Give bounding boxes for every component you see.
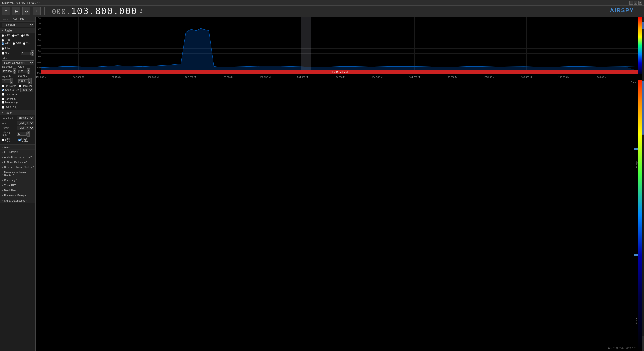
snap-checkbox[interactable]: [2, 89, 4, 91]
zoom-fft-header[interactable]: ▶ Zoom FFT *: [0, 183, 35, 188]
filter-audio[interactable]: Filter Audio: [18, 137, 34, 143]
demodulator-noise-header[interactable]: ▶ Demodulator Noise Blanker *: [0, 170, 35, 178]
cwshift-up[interactable]: ▲: [28, 78, 32, 81]
demodulator-noise-label: Demodulator Noise Blanker *: [4, 171, 34, 177]
db-label-40: -40: [36, 33, 41, 36]
latency-down[interactable]: ▼: [27, 134, 30, 137]
signal-diagnostics-header[interactable]: ▶ Signal Diagnostics *: [0, 198, 35, 203]
fm-stereo-label[interactable]: FM Stereo: [2, 85, 17, 87]
lock-correct-row: Lock Carrier Correct IQ: [2, 93, 34, 100]
source-header[interactable]: Source: PlutoSDR: [0, 17, 35, 22]
order-up[interactable]: ▲: [27, 68, 30, 71]
minimize-button[interactable]: ─: [629, 1, 633, 5]
waterfall-scrollbar-thumb[interactable]: [642, 81, 644, 135]
waterfall-area[interactable]: Zoom Range Offset CSDN @小李千淩又こ小: [36, 80, 644, 351]
frequency-manager-header[interactable]: ▶ Frequency Manager *: [0, 193, 35, 198]
freq-label-8: 104.250 M: [334, 76, 345, 78]
anti-fading[interactable]: Anti-Fading: [2, 101, 18, 104]
spectrum-area[interactable]: -10 -20 -30 -40 -50 -60 -70 -80 -90 -100…: [36, 17, 644, 80]
filter-audio-checkbox[interactable]: [18, 139, 21, 141]
maximize-button[interactable]: □: [634, 1, 637, 5]
input-label: Input: [2, 122, 15, 125]
range-slider-indicator[interactable]: [634, 148, 638, 150]
unity-gain-checkbox[interactable]: [2, 139, 4, 141]
freq-label-9: 104.500 M: [372, 76, 383, 78]
unity-gain[interactable]: Unity Gain: [2, 137, 16, 143]
correct-iq[interactable]: Correct IQ: [2, 98, 16, 100]
shift-label: Shift: [5, 52, 10, 55]
fft-display-header[interactable]: ▶ FFT Display: [0, 150, 35, 155]
mode-dsb[interactable]: DSB: [13, 42, 21, 45]
swap-iq-checkbox[interactable]: [2, 106, 4, 109]
db-label-90: -90: [36, 61, 41, 64]
squelch-up[interactable]: ▲: [10, 78, 13, 81]
mode-usb[interactable]: USB: [2, 39, 10, 42]
step-size-checkbox[interactable]: [19, 85, 21, 87]
input-dropdown[interactable]: [MME] Microsoft JR: [17, 121, 34, 125]
waterfall-scrollbar[interactable]: [642, 80, 644, 351]
samplerate-label: Samplerate: [2, 117, 15, 120]
filter-dropdown[interactable]: Blackman-Harris 4: [2, 60, 34, 65]
lock-carrier-checkbox[interactable]: [2, 93, 4, 96]
swap-iq[interactable]: Swap I & Q: [2, 106, 18, 109]
shift-up[interactable]: ▲: [31, 50, 34, 53]
squelch-down[interactable]: ▼: [10, 81, 13, 84]
mode-am[interactable]: AM: [12, 34, 19, 37]
freq-down-arrow[interactable]: ▶: [140, 11, 142, 14]
step-size-label[interactable]: Step Size: [19, 85, 33, 87]
titlebar-controls[interactable]: ─ □ ✕: [629, 1, 642, 5]
cwshift-down[interactable]: ▼: [28, 81, 32, 84]
band-plan-header[interactable]: ▶ Band Plan *: [0, 188, 35, 193]
agc-header[interactable]: ▶ AGC: [0, 145, 35, 149]
output-dropdown[interactable]: [MME] Microsoft JR: [17, 126, 34, 130]
freq-up-arrow[interactable]: ◀: [140, 9, 142, 11]
cwshift-input[interactable]: [18, 79, 28, 83]
baseband-noise-header[interactable]: ▶ Baseband Noise Blanker *: [0, 165, 35, 170]
mode-raw[interactable]: RAW: [2, 47, 10, 50]
latency-input[interactable]: [17, 132, 27, 136]
close-button[interactable]: ✕: [638, 1, 642, 5]
agc-panel: ▶ AGC: [0, 145, 35, 150]
radio-header[interactable]: ▼ Radio: [0, 28, 35, 33]
mode-nfm[interactable]: NFM: [2, 34, 10, 37]
samplerate-dropdown[interactable]: 48000 sample/sec: [17, 116, 34, 120]
db-axis: -10 -20 -30 -40 -50 -60 -70 -80 -90 -100…: [36, 17, 41, 74]
source-dropdown[interactable]: PlutoSDR: [2, 23, 34, 27]
correct-iq-checkbox[interactable]: [2, 98, 4, 100]
recording-panel: ▶ Recording *: [0, 178, 35, 183]
anti-fading-checkbox[interactable]: [2, 101, 4, 104]
shift-checkbox[interactable]: [2, 52, 4, 55]
mode-lsb[interactable]: LSB: [21, 34, 29, 37]
shift-input[interactable]: [21, 52, 31, 55]
spectrum-scrollbar-thumb[interactable]: [642, 22, 644, 29]
bandwidth-input[interactable]: [2, 70, 13, 73]
menu-button[interactable]: ≡: [2, 7, 10, 15]
bandwidth-down[interactable]: ▼: [13, 71, 16, 74]
bandwidth-up[interactable]: ▲: [13, 68, 16, 71]
order-input[interactable]: [18, 70, 27, 73]
freq-label-14: 105.750 M: [558, 76, 569, 78]
if-noise-header[interactable]: ▶ IF Noise Reduction *: [0, 160, 35, 165]
shift-down[interactable]: ▼: [31, 53, 34, 56]
mode-wfm[interactable]: WFM: [2, 42, 11, 45]
settings-button[interactable]: ⚙: [22, 7, 30, 15]
fft-display-panel: ▶ FFT Display: [0, 150, 35, 155]
frequency-arrows[interactable]: ◀ ▶: [140, 9, 142, 14]
lock-carrier[interactable]: Lock Carrier: [2, 93, 18, 96]
spectrum-scrollbar[interactable]: [642, 17, 644, 80]
audio-header[interactable]: ▼ Audio: [0, 110, 35, 115]
recording-header[interactable]: ▶ Recording *: [0, 178, 35, 183]
squelch-input[interactable]: [2, 79, 10, 83]
latency-up[interactable]: ▲: [27, 131, 30, 134]
fm-stereo-checkbox[interactable]: [2, 85, 4, 87]
offset-slider-indicator[interactable]: [634, 254, 638, 256]
play-button[interactable]: ▶: [12, 7, 20, 15]
baseband-noise-label: Baseband Noise Blanker *: [4, 166, 34, 169]
audio-noise-header[interactable]: ▶ Audio Noise Reduction *: [0, 155, 35, 160]
snap-freq-dropdown[interactable]: 100 kHz: [20, 88, 33, 92]
mode-cw[interactable]: CW: [23, 42, 30, 45]
audio-button[interactable]: ♪: [33, 7, 41, 15]
shift-row: Shift ▲ ▼: [2, 50, 34, 56]
order-down[interactable]: ▼: [27, 71, 30, 74]
main-scrollbar[interactable]: [642, 336, 644, 351]
